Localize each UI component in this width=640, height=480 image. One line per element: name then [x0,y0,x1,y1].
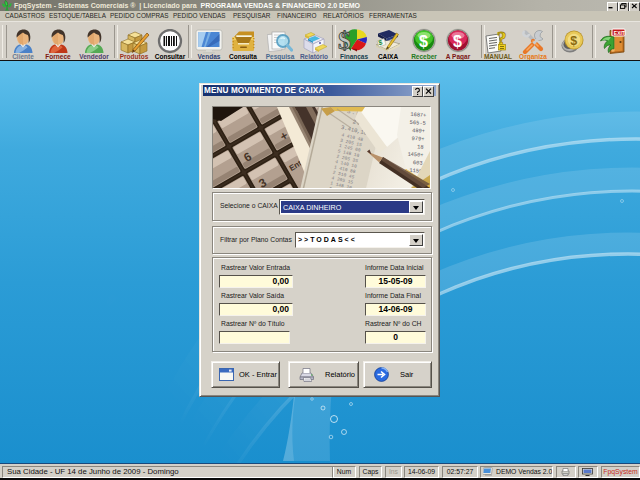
svg-text:$: $ [419,32,428,49]
svg-text:EXIT: EXIT [614,30,625,36]
svg-text:979+: 979+ [411,136,424,143]
svg-text:565-5: 565-5 [409,120,426,127]
svg-text:$: $ [338,27,351,53]
svg-text:1450+: 1450+ [407,152,424,159]
svg-text:603: 603 [413,160,423,167]
svg-text:489+: 489+ [412,128,425,135]
svg-text:1687+: 1687+ [410,112,427,119]
svg-text:$: $ [570,33,577,47]
svg-text:$: $ [453,32,462,49]
svg-text:18: 18 [417,144,424,150]
